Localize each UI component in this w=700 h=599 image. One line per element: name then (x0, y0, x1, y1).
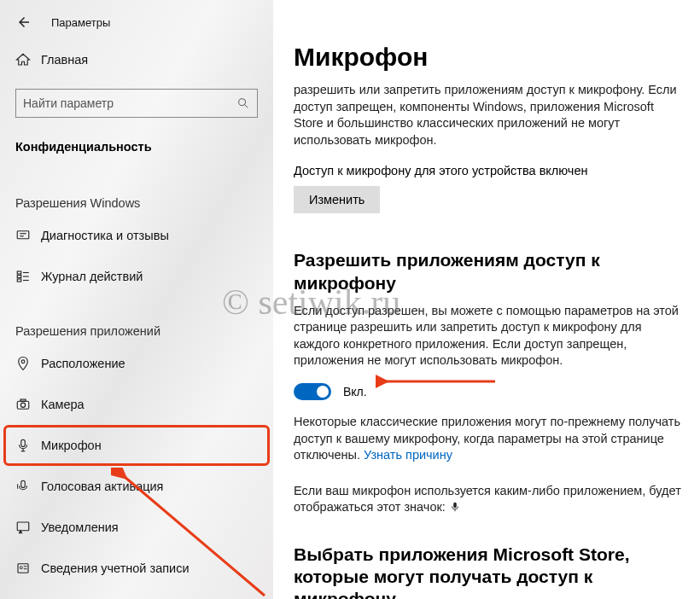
voice-icon (15, 479, 41, 494)
in-use-text: Если ваш микрофон используется каким-либ… (294, 483, 681, 516)
section-choose-apps-title: Выбрать приложения Microsoft Store, кото… (294, 544, 681, 599)
app-title: Параметры (51, 16, 110, 29)
location-icon (15, 356, 41, 371)
home-icon (15, 52, 41, 67)
search-input-wrap[interactable] (15, 89, 258, 118)
sidebar-item-account-info[interactable]: Сведения учетной записи (0, 548, 273, 589)
learn-why-link[interactable]: Узнать причину (364, 448, 452, 462)
intro-text: разрешить или запретить приложениям дост… (294, 82, 681, 148)
svg-rect-5 (17, 271, 21, 274)
sidebar-item-diagnostics[interactable]: Диагностика и отзывы (0, 215, 273, 256)
feedback-icon (15, 228, 41, 243)
sidebar: Параметры Главная Конфиденциальность Раз… (0, 0, 273, 599)
svg-rect-24 (453, 503, 457, 508)
back-arrow-icon (16, 15, 32, 30)
account-icon (15, 561, 41, 576)
classic-apps-text: Некоторые классические приложения могут … (294, 414, 681, 464)
mic-tray-icon (449, 500, 461, 514)
notification-icon (15, 520, 41, 535)
sidebar-item-microphone[interactable]: Микрофон (0, 425, 273, 466)
svg-point-0 (239, 99, 246, 106)
search-icon (236, 96, 250, 110)
section-allow-apps-text: Если доступ разрешен, вы можете с помощь… (294, 303, 681, 369)
change-button[interactable]: Изменить (294, 186, 380, 213)
sidebar-item-location[interactable]: Расположение (0, 343, 273, 384)
svg-rect-14 (20, 399, 26, 401)
svg-rect-2 (17, 231, 29, 239)
svg-rect-19 (17, 522, 29, 531)
svg-rect-15 (21, 439, 26, 446)
svg-point-11 (21, 360, 25, 363)
sidebar-item-camera[interactable]: Камера (0, 384, 273, 425)
section-allow-apps-title: Разрешить приложениям доступ к микрофону (294, 249, 681, 294)
camera-icon (15, 397, 41, 412)
svg-point-13 (20, 403, 25, 407)
sidebar-home[interactable]: Главная (0, 39, 273, 80)
sidebar-item-notifications[interactable]: Уведомления (0, 507, 273, 548)
page-title: Микрофон (294, 43, 681, 72)
group1-title: Разрешения Windows (0, 162, 273, 215)
toggle-label: Вкл. (343, 385, 367, 398)
group2-title: Разрешения приложений (0, 297, 273, 343)
current-section-label: Конфиденциальность (0, 121, 273, 162)
svg-point-21 (20, 567, 22, 569)
main-content: Микрофон разрешить или запретить приложе… (273, 0, 700, 599)
svg-rect-20 (18, 564, 28, 573)
sidebar-item-voice-activation[interactable]: Голосовая активация (0, 466, 273, 507)
sidebar-item-activity-history[interactable]: Журнал действий (0, 256, 273, 297)
allow-apps-toggle[interactable] (294, 383, 331, 400)
svg-rect-6 (17, 276, 21, 278)
svg-rect-7 (17, 279, 21, 282)
svg-rect-18 (21, 480, 26, 487)
sidebar-home-label: Главная (41, 53, 88, 67)
svg-line-1 (245, 105, 248, 108)
activity-icon (15, 269, 41, 284)
device-status-text: Доступ к микрофону для этого устройства … (294, 164, 681, 177)
back-button[interactable] (15, 14, 32, 31)
microphone-icon (15, 438, 41, 453)
search-input[interactable] (23, 96, 236, 110)
